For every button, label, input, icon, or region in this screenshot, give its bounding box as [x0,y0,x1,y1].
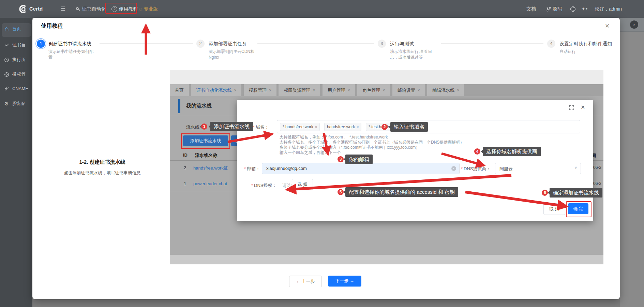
tooltip-4: 选择你域名解析提供商 [483,147,541,156]
sparkles-icon[interactable]: ✦✦ [581,0,588,18]
sparkle-glyph: ✦ [581,6,585,12]
sidebar-label: 首页 [12,26,21,32]
row-time: 06-2 [593,165,601,170]
certd-logo-icon [18,4,28,14]
sidebar-item-cname[interactable]: CNAME [4,86,32,91]
top-navbar: Certd ☰ 证书自动化 ? 使用教程 ◇ 专业版 文档 源码 [0,0,644,18]
nav-source-label: 源码 [552,6,562,12]
tag-text: handsfree.work [327,125,355,129]
nav-cert-label: 证书自动化 [82,6,106,12]
sidebar-label: 证书自 [12,42,26,48]
nav-source-link[interactable]: 源码 [546,0,562,18]
step-connector [100,43,193,44]
step-2-desc: 演示部署到阿里云CDN和Nginx [209,49,260,60]
domain-tag: handsfree.work× [324,123,361,131]
tooltip-2: 输入证书域名 [390,122,428,132]
tab-label: 邮箱设置 [398,88,415,93]
col-header-id: ID [183,152,188,158]
demo-tab-auth[interactable]: 授权管理× [244,84,276,96]
tab-label: 权限资源管理 [284,88,310,93]
modal-close-icon[interactable]: ✕ [605,23,610,30]
tutorial-highlight-box [105,3,137,14]
close-all-tabs-icon[interactable]: × [630,20,638,29]
tab-close-icon[interactable]: × [348,88,350,93]
step-1-circle: 1 [37,40,45,48]
clear-input-icon[interactable]: × [451,166,456,171]
ok-button-highlight-box [566,201,591,217]
tab-close-icon[interactable]: × [457,88,459,93]
nav-docs-link[interactable]: 文档 [526,0,536,18]
sidebar-item-history[interactable]: 执行历 [4,57,32,63]
nav-pro-label: 专业版 [144,6,158,12]
divider [641,19,641,30]
tab-close-icon[interactable]: × [383,88,385,93]
step-connector [257,43,374,44]
col-header-name: 流水线名称 [195,152,217,159]
screen: Certd ☰ 证书自动化 ? 使用教程 ◇ 专业版 文档 源码 [0,0,644,307]
step-4-label: 设置定时执行和邮件通知 [559,41,612,47]
step-4-circle: 4 [547,40,555,48]
pipeline-link[interactable]: powerleader.chat [193,181,227,186]
sidebar-label: CNAME [12,86,28,91]
gear-icon: ⚙ [4,101,9,107]
demo-tab-edit-pipeline[interactable]: 编辑流水线× [427,84,464,96]
badge-5: 5 [338,189,344,195]
globe-icon[interactable] [570,6,576,12]
left-sidebar: 首页 证书自 执行历 授权管 CNAME [0,18,32,307]
demo-tab-cert-pipeline[interactable]: 证书自动化流水线× [191,84,241,96]
demo-header-strip [170,70,603,84]
email-input[interactable]: xiaojunnuo@qq.com × [262,163,460,174]
nav-item-cert-automation[interactable]: 证书自动化 [76,0,106,18]
dialog-close-icon[interactable]: ✕ [581,104,585,111]
sidebar-item-system[interactable]: ⚙ 系统管 [4,101,32,107]
email-label: 邮箱： [247,166,260,171]
clock-icon [4,57,9,62]
demo-tab-email[interactable]: 邮箱设置× [392,84,425,96]
pipeline-link[interactable]: handsfree.work证 [193,165,228,171]
demo-tab-users[interactable]: 用户管理× [323,84,355,96]
sidebar-collapse-icon[interactable]: ☰ [61,0,65,18]
tooltip-1: 添加证书流水线 [210,122,253,131]
sidebar-item-authorization[interactable]: 授权管 [4,71,32,77]
cancel-button[interactable]: 取 消 [543,203,565,215]
add-pipeline-dialog [237,100,593,221]
tag-text: *.handsfree.work [283,125,313,129]
prev-step-button[interactable]: ← 上一步 [289,276,322,287]
nav-item-pro[interactable]: ◇ 专业版 [139,0,158,18]
tab-label: 用户管理 [328,88,345,93]
step-connector [441,43,543,44]
domain-label: 域名： [256,125,269,130]
tab-close-icon[interactable]: × [418,88,420,93]
choose-auth-button[interactable]: 选 择 [292,179,313,190]
dns-provider-select[interactable]: 阿里云 ∨ [495,163,581,174]
step-2-circle: 2 [196,40,205,48]
tab-close-icon[interactable]: × [234,88,236,93]
sidebar-label: 系统管 [12,101,25,107]
required-mark: * [461,166,463,171]
tab-close-icon[interactable]: × [269,88,271,93]
domain-tags-input[interactable]: *.handsfree.work× handsfree.work× *.test… [277,120,580,133]
tag-close-icon[interactable]: × [357,125,359,129]
app-title: Certd [29,0,43,18]
git-branch-icon [546,7,551,12]
tab-label: 角色管理 [362,88,380,93]
demo-tab-home[interactable]: 首页 [170,84,189,96]
sidebar-item-cert-automation[interactable]: 证书自 [4,42,32,48]
tag-close-icon[interactable]: × [315,125,317,129]
tooltip-6: 确定添加证书流水线 [550,188,602,198]
sidebar-label: 执行历 [12,57,26,63]
demo-tab-permission[interactable]: 权限资源管理× [279,84,320,96]
diamond-icon: ◇ [139,6,142,12]
dns-auth-label: DNS授权： [254,183,276,188]
fullscreen-icon[interactable] [569,105,574,110]
required-mark: * [244,166,246,171]
demo-tab-roles[interactable]: 角色管理× [357,84,390,96]
sidebar-item-home[interactable]: 首页 [4,26,32,32]
next-step-button[interactable]: 下一步 → [328,276,361,287]
step-4-desc: 自动运行 [559,49,614,55]
domain-tip-line: 输入一个回车之后，再输入下一个 [280,150,341,156]
user-greeting[interactable]: 您好，admin [595,0,622,18]
demo-tab-bar: 首页 证书自动化流水线× 授权管理× 权限资源管理× 用户管理× 角色管理× 邮… [170,84,603,96]
tab-close-icon[interactable]: × [313,88,315,93]
badge-2: 2 [381,124,388,130]
